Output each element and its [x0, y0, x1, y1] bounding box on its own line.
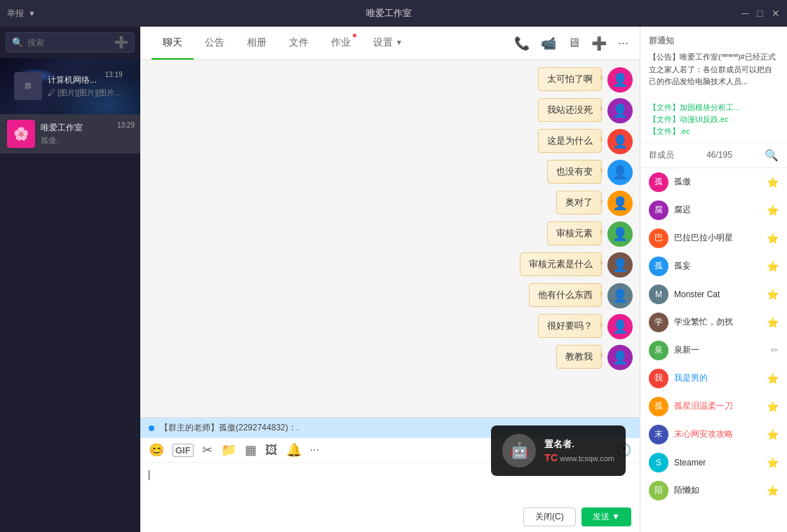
member-status-icon: ⭐ [767, 429, 779, 440]
sidebar-list: 群 计算机网络... 🖊 [图片][图片][图片... 13:19 🌸 唯爱工作… [0, 58, 140, 532]
member-name: Steamer [674, 458, 761, 468]
message-row: 审核元素是什么👤 [147, 252, 633, 278]
right-panel: 群通知 【公告】唯爱工作室(ʱªʱªʱª)#已经正式立之家人若了：各位群成员可以… [640, 27, 787, 532]
maximize-button[interactable]: □ [758, 8, 763, 19]
sidebar-item-weiai[interactable]: 🌸 唯爱工作室 孤傲.. 13:29 [0, 114, 140, 154]
text-cursor [149, 470, 149, 480]
emoji-button[interactable]: 😊 [149, 442, 164, 458]
input-actions: 关闭(C) 发送 ▼ [140, 505, 640, 532]
message-row: 审核元素👤 [147, 221, 633, 247]
title-bar: 举报 ▼ 唯爱工作室 ─ □ ✕ [0, 0, 787, 27]
item-1-time: 13:19 [105, 71, 122, 79]
tab-notice[interactable]: 公告 [194, 27, 236, 60]
bell-button[interactable]: 🔔 [286, 442, 302, 458]
member-avatar: 陌 [649, 481, 668, 500]
member-avatar: 巴 [649, 229, 668, 248]
popup-avatar: 🤖 [502, 434, 536, 468]
member-name: 孤星泪温柔一刀 [674, 400, 761, 412]
member-name: Monster Cat [674, 289, 761, 299]
tab-homework[interactable]: 作业 [320, 27, 362, 60]
message-bubble: 也没有变 [547, 160, 602, 184]
message-row: 很好要吗？👤 [147, 314, 633, 339]
member-item[interactable]: 陌陌懒如⭐ [640, 477, 787, 505]
tab-album[interactable]: 相册 [236, 27, 278, 60]
file-link-3[interactable]: 【文件】.ec [649, 126, 779, 137]
screen-share-icon[interactable]: 🖥 [567, 36, 580, 50]
phone-icon[interactable]: 📞 [514, 36, 530, 51]
member-name: 巴拉巴拉小明星 [674, 232, 761, 244]
member-item[interactable]: 孤孤星泪温柔一刀⭐ [640, 393, 787, 421]
message-bubble: 奥对了 [556, 191, 602, 214]
member-status-icon: ⭐ [767, 485, 779, 496]
member-item[interactable]: 学学业繁忙，勿扰⭐ [640, 308, 787, 336]
group-notice-section: 群通知 【公告】唯爱工作室(ʱªʱªʱª)#已经正式立之家人若了：各位群成员可以… [640, 27, 787, 143]
item-overlay: 群 计算机网络... 🖊 [图片][图片][图片... 13:19 [7, 64, 128, 109]
message-avatar: 👤 [607, 283, 633, 308]
sidebar-item-computer-network[interactable]: 群 计算机网络... 🖊 [图片][图片][图片... 13:19 [0, 58, 140, 114]
send-button[interactable]: 发送 ▼ [581, 507, 631, 526]
main-container: 🔍 ➕ 群 计算机网络... 🖊 [图片][图片][图片... [0, 27, 787, 532]
members-list: 孤孤傲⭐腐腐迟⭐巴巴拉巴拉小明星⭐孤孤妄⭐MMonster Cat⭐学学业繁忙，… [640, 168, 787, 532]
add-contact-button[interactable]: ➕ [114, 36, 128, 49]
gif-button[interactable]: GIF [173, 444, 194, 457]
message-bubble: 他有什么东西 [529, 283, 602, 307]
chat-tabs: 聊天 公告 相册 文件 作业 设置 ▼ [152, 27, 414, 60]
close-button[interactable]: ✕ [772, 8, 780, 19]
search-input[interactable] [27, 38, 110, 48]
minimize-button[interactable]: ─ [742, 8, 749, 19]
message-bubble: 审核元素 [547, 221, 602, 245]
member-status-icon: ⭐ [767, 373, 779, 384]
member-name: 末心网安攻攻略 [674, 428, 761, 440]
message-row: 太可怕了啊👤 [147, 67, 633, 93]
member-item[interactable]: SSteamer⭐ [640, 449, 787, 477]
message-row: 我站还没死👤 [147, 98, 633, 123]
file-link-2[interactable]: 【文件】动漫UI反跌.ec [649, 114, 779, 125]
member-avatar: 孤 [649, 172, 668, 192]
file-link-1[interactable]: 【文件】加固模块分析工... [649, 102, 779, 113]
member-avatar: 学 [649, 313, 668, 332]
more-actions-icon[interactable]: ··· [618, 36, 628, 50]
tab-file[interactable]: 文件 [278, 27, 320, 60]
message-avatar: 👤 [607, 252, 633, 278]
members-search-icon[interactable]: 🔍 [765, 149, 779, 162]
message-avatar: 👤 [607, 221, 633, 247]
message-bubble: 我站还没死 [538, 98, 602, 122]
report-label[interactable]: 举报 [7, 8, 24, 20]
video-icon[interactable]: 📹 [541, 36, 556, 51]
messages-area[interactable]: 太可怕了啊👤我站还没死👤这是为什么👤也没有变👤奥对了👤审核元素👤审核元素是什么👤… [140, 60, 640, 417]
member-item[interactable]: 末末心网安攻攻略⭐ [640, 421, 787, 449]
member-status-icon: ⭐ [767, 457, 779, 468]
item-2-avatar: 🌸 [7, 120, 35, 148]
member-item[interactable]: 孤孤傲⭐ [640, 168, 787, 196]
member-name: 我是男的 [674, 372, 761, 384]
group-notice-content: 【公告】唯爱工作室(ʱªʱªʱª)#已经正式立之家人若了：各位群成员可以把自己的… [649, 51, 779, 88]
dropdown-icon[interactable]: ▼ [28, 9, 36, 18]
message-bubble: 太可怕了啊 [538, 67, 602, 91]
search-box[interactable]: 🔍 ➕ [6, 32, 135, 53]
close-button[interactable]: 关闭(C) [523, 507, 576, 526]
tab-chat[interactable]: 聊天 [152, 27, 194, 60]
message-avatar: 👤 [607, 191, 633, 216]
image-button[interactable]: 🖼 [265, 443, 278, 458]
member-item[interactable]: 巴巴拉巴拉小明星⭐ [640, 224, 787, 252]
scissors-button[interactable]: ✂ [202, 442, 213, 458]
settings-arrow-icon: ▼ [396, 39, 403, 46]
members-header: 群成员 46/195 🔍 [640, 143, 787, 168]
member-item[interactable]: 我我是男的⭐ [640, 364, 787, 393]
message-avatar: 👤 [607, 345, 633, 370]
more-toolbar-button[interactable]: ··· [310, 444, 319, 456]
member-status-icon: ⭐ [767, 317, 779, 328]
grid-button[interactable]: ▦ [245, 442, 257, 458]
popup-content: 置名者. TC www.tcsqw.com [544, 438, 614, 463]
member-item[interactable]: 腐腐迟⭐ [640, 196, 787, 224]
group-notice: 群通知 【公告】唯爱工作室(ʱªʱªʱª)#已经正式立之家人若了：各位群成员可以… [640, 27, 787, 97]
member-status-icon: ⭐ [767, 401, 779, 412]
add-member-icon[interactable]: ➕ [591, 36, 607, 51]
member-avatar: 腐 [649, 200, 668, 220]
member-item[interactable]: 泉泉新一✏ [640, 336, 787, 364]
tab-settings[interactable]: 设置 ▼ [362, 27, 414, 60]
member-item[interactable]: MMonster Cat⭐ [640, 280, 787, 308]
folder-button[interactable]: 📁 [221, 442, 236, 458]
member-item[interactable]: 孤孤妄⭐ [640, 252, 787, 280]
member-avatar: 我 [649, 369, 668, 388]
